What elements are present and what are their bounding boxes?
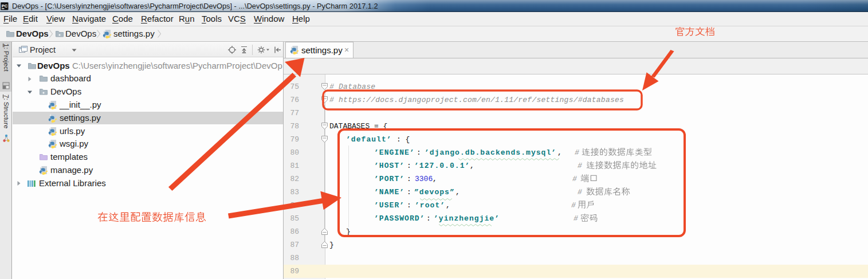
svg-text:PC: PC: [2, 3, 8, 9]
